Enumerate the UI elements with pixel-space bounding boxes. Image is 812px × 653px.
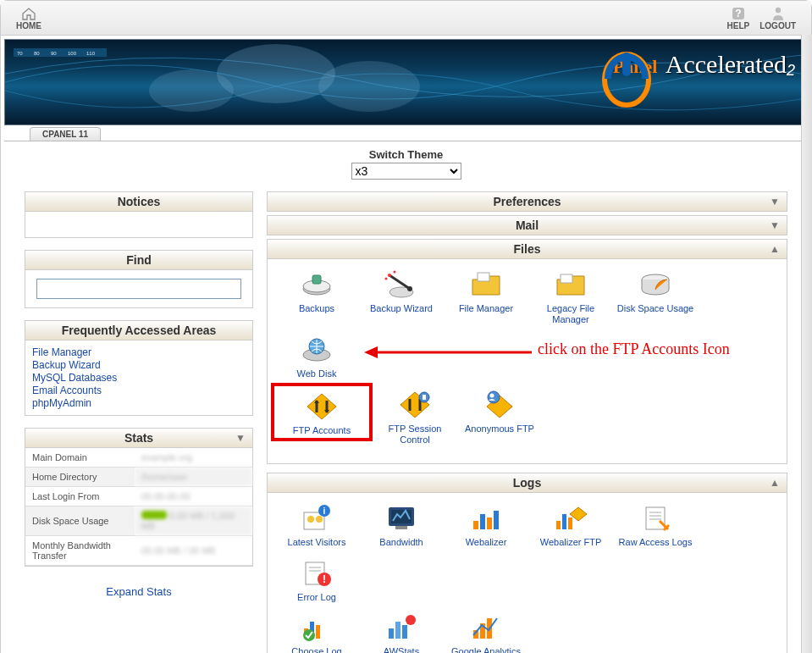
stats-label: Last Login From [25,487,135,506]
expand-stats-link[interactable]: Expand Stats [25,578,253,605]
svg-point-5 [149,69,234,112]
awstats-icon [381,612,422,643]
svg-point-2 [775,7,780,12]
svg-point-22 [385,278,388,280]
icon-label: Bandwidth [359,537,444,548]
ftp-accounts-icon [301,391,342,422]
icon-raw-logs[interactable]: Raw Access Logs [613,503,698,548]
icon-label: Anonymous FTP [457,423,542,434]
stats-label: Main Domain [25,448,135,468]
stats-row: Main Domainexample.org [25,448,252,468]
scrollbar[interactable] [801,35,812,653]
svg-rect-62 [402,625,407,639]
logs-title: Logs [513,476,541,490]
home-link[interactable]: HOME [16,6,41,30]
svg-text:70: 70 [17,51,23,56]
svg-text:110: 110 [86,51,96,56]
legacy-file-manager-icon [550,269,591,300]
bandwidth-icon [381,503,422,534]
files-title: Files [514,242,541,256]
stats-label: Home Directory [25,468,135,487]
icon-ftp-session[interactable]: FTP Session Control [373,390,457,445]
icon-bandwidth[interactable]: Bandwidth [359,503,444,548]
svg-point-29 [488,391,500,403]
stats-header[interactable]: Stats ▼ [25,429,252,448]
svg-point-20 [388,274,391,277]
freq-link-mysql[interactable]: MySQL Databases [32,372,246,384]
icon-awstats[interactable]: AWStats [359,612,444,653]
webalizer-ftp-icon [550,503,591,534]
icon-label: Disk Space Usage [613,303,698,314]
icon-label: FTP Session Control [373,423,457,445]
svg-text:i: i [323,506,326,516]
freq-link-phpmyadmin[interactable]: phpMyAdmin [32,397,246,409]
files-panel: Files ▲ Backups Backup Wizard [267,239,787,464]
theme-select[interactable]: x3 [351,163,461,180]
icon-label: AWStats [359,646,444,653]
notices-header[interactable]: Notices [25,192,252,212]
breadcrumb[interactable]: CPANEL 11 [30,127,101,141]
notices-body [25,212,252,237]
svg-rect-23 [478,273,489,281]
icon-choose-log[interactable]: Choose Log Programs [274,612,359,653]
icon-webalizer-ftp[interactable]: Webalizer FTP [528,503,613,548]
svg-point-19 [407,286,412,291]
file-manager-icon [466,269,506,300]
icon-error-log[interactable]: ! Error Log [274,558,359,603]
freq-header[interactable]: Frequently Accessed Areas [25,321,252,340]
chevron-down-icon: ▼ [235,432,246,444]
logs-header[interactable]: Logs ▲ [268,473,787,493]
freq-link-file-manager[interactable]: File Manager [32,346,246,358]
preferences-title: Preferences [493,195,561,208]
icon-ftp-accounts[interactable]: FTP Accounts [279,391,364,436]
svg-point-63 [406,615,416,625]
freq-link-backup-wizard[interactable]: Backup Wizard [32,359,246,371]
help-link[interactable]: ? HELP [727,6,750,30]
icon-disk-space[interactable]: Disk Space Usage [613,269,698,324]
freq-link-email[interactable]: Email Accounts [32,385,246,396]
logout-link[interactable]: LOGOUT [760,6,796,30]
chevron-down-icon: ▼ [770,219,780,231]
logs-panel: Logs ▲ i Latest Visitors Bandwidth [267,473,787,653]
svg-rect-58 [316,625,320,639]
banner: 708090100110 cPanel Accelerated2 [4,39,808,125]
icon-label: FTP Accounts [279,425,364,436]
mail-bar[interactable]: Mail ▼ [267,215,787,235]
icon-legacy-file-manager[interactable]: Legacy File Manager [528,269,613,324]
icon-label: Legacy File Manager [528,303,613,324]
stats-box: Stats ▼ Main Domainexample.org Home Dire… [25,428,253,567]
svg-rect-40 [473,521,478,529]
disk-space-icon [635,269,676,300]
choose-log-icon [296,612,337,643]
app-window: HOME ? HELP LOGOUT 708090100110 [0,0,812,653]
chevron-up-icon: ▲ [770,243,780,255]
svg-text:?: ? [735,8,741,19]
raw-logs-icon [635,503,676,534]
logout-label: LOGOUT [760,21,796,30]
logs-row-2: Choose Log Programs AWStats Google Analy… [274,611,780,653]
icon-backups[interactable]: Backups [274,269,359,324]
notices-box: Notices [25,191,253,238]
icon-google-analytics[interactable]: Google Analytics Integration [444,612,528,653]
svg-rect-46 [568,517,572,529]
icon-anon-ftp[interactable]: Anonymous FTP [457,390,542,434]
stats-label: Monthly Bandwidth Transfer [25,536,135,566]
icon-file-manager[interactable]: File Manager [444,269,528,324]
svg-point-3 [217,44,335,103]
svg-rect-42 [487,517,492,529]
svg-point-30 [490,393,494,397]
icon-webalizer[interactable]: Webalizer [444,503,528,548]
stats-value: /home/user [135,468,252,487]
icon-label: Web Disk [274,368,359,379]
icon-web-disk[interactable]: Web Disk [274,335,359,379]
icon-label: Webalizer [444,537,528,548]
preferences-bar[interactable]: Preferences ▼ [267,191,787,212]
stats-table: Main Domainexample.org Home Directory/ho… [25,448,252,566]
ftp-accounts-highlight: FTP Accounts [271,383,373,441]
find-input[interactable] [36,279,242,299]
files-header[interactable]: Files ▲ [268,240,787,259]
top-nav: HOME ? HELP LOGOUT [1,1,811,36]
icon-latest-visitors[interactable]: i Latest Visitors [274,503,359,548]
mail-title: Mail [516,219,539,232]
icon-backup-wizard[interactable]: Backup Wizard [359,269,444,324]
